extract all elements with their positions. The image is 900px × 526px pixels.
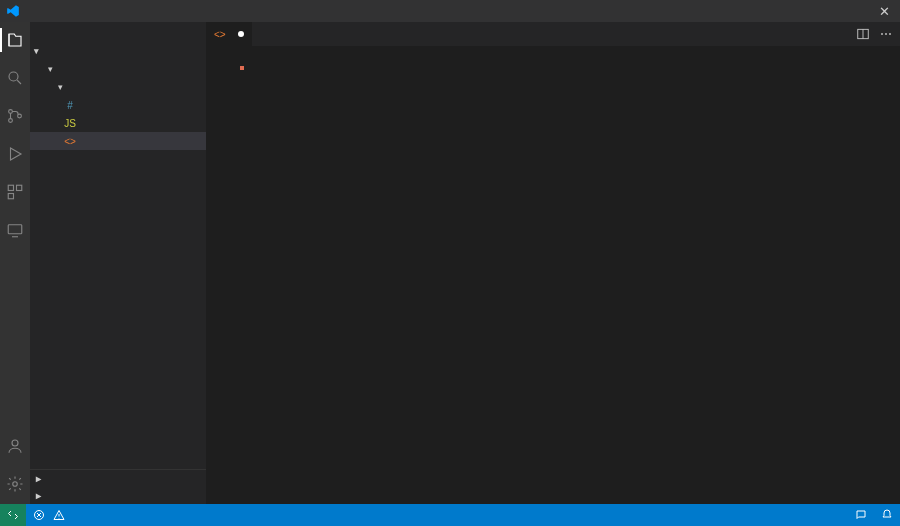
svg-point-8 <box>12 440 18 446</box>
title-bar: ✕ <box>0 0 900 22</box>
svg-rect-6 <box>8 194 13 199</box>
svg-point-0 <box>9 72 18 81</box>
tab-bar: <> ⋯ <box>206 22 900 46</box>
html-file-icon: <> <box>214 29 226 40</box>
encoding[interactable] <box>792 504 806 526</box>
chevron-down-icon: ▾ <box>58 82 66 92</box>
eol[interactable] <box>806 504 820 526</box>
timeline-section[interactable]: ▸ <box>30 487 206 504</box>
line-gutter <box>206 64 240 504</box>
css-file-icon: # <box>64 100 76 111</box>
explorer-icon[interactable] <box>3 28 27 52</box>
chevron-right-icon: ▸ <box>36 473 41 484</box>
svg-point-3 <box>18 114 22 118</box>
remote-explorer-icon[interactable] <box>3 218 27 242</box>
workspace-section[interactable]: ▾ <box>30 44 206 58</box>
tree-folder-project[interactable]: ▾ <box>30 60 206 78</box>
tree-file-css[interactable]: # <box>30 96 206 114</box>
chevron-down-icon: ▾ <box>48 64 56 74</box>
editor-area: <> ⋯ <box>206 22 900 504</box>
svg-point-1 <box>9 110 13 114</box>
problems-indicator[interactable] <box>26 504 76 526</box>
outline-section[interactable]: ▸ <box>30 470 206 487</box>
indentation[interactable] <box>778 504 792 526</box>
breadcrumbs[interactable] <box>206 46 900 64</box>
tree-file-html[interactable]: <> <box>30 132 206 150</box>
js-file-icon: JS <box>64 118 76 129</box>
extensions-icon[interactable] <box>3 180 27 204</box>
svg-point-2 <box>9 119 13 123</box>
vscode-logo-icon <box>6 4 20 18</box>
accounts-icon[interactable] <box>3 434 27 458</box>
status-bar <box>0 504 900 526</box>
modified-dot-icon <box>238 31 244 37</box>
activity-bar <box>0 22 30 504</box>
split-editor-icon[interactable] <box>856 27 870 41</box>
remote-indicator[interactable] <box>0 504 26 526</box>
close-icon[interactable]: ✕ <box>875 4 894 19</box>
html-file-icon: <> <box>64 136 76 147</box>
tab-actions: ⋯ <box>848 22 900 46</box>
tree-file-js[interactable]: JS <box>30 114 206 132</box>
source-control-icon[interactable] <box>3 104 27 128</box>
feedback-icon[interactable] <box>848 504 874 526</box>
language-mode[interactable] <box>820 504 834 526</box>
layout[interactable] <box>834 504 848 526</box>
svg-rect-4 <box>8 185 13 190</box>
more-icon[interactable]: ⋯ <box>880 27 892 41</box>
run-debug-icon[interactable] <box>3 142 27 166</box>
svg-rect-5 <box>17 185 22 190</box>
svg-rect-7 <box>8 225 22 234</box>
cursor-position[interactable] <box>764 504 778 526</box>
code-content[interactable] <box>240 64 900 504</box>
chevron-right-icon: ▸ <box>36 490 41 501</box>
file-tree: ▾ ▾ # JS <> <box>30 58 206 152</box>
sidebar: ▾ ▾ ▾ # JS <> <box>30 22 206 504</box>
settings-gear-icon[interactable] <box>3 472 27 496</box>
tab-active[interactable]: <> <box>206 22 253 46</box>
highlight-box <box>240 66 244 70</box>
svg-point-9 <box>13 482 18 487</box>
notifications-icon[interactable] <box>874 504 900 526</box>
search-icon[interactable] <box>3 66 27 90</box>
code-editor[interactable] <box>206 64 900 504</box>
chevron-down-icon: ▾ <box>34 46 39 56</box>
tree-folder-webpages[interactable]: ▾ <box>30 78 206 96</box>
sidebar-header <box>30 22 206 44</box>
